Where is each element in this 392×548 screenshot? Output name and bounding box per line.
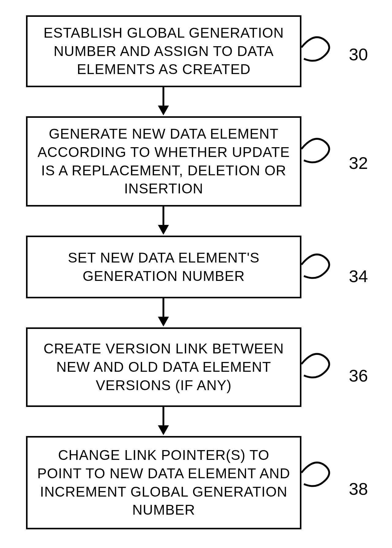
step-text: GENERATE NEW DATA ELEMENT ACCORDING TO W… bbox=[37, 125, 291, 198]
connector-line bbox=[301, 132, 335, 166]
step-label: 32 bbox=[349, 153, 368, 173]
step-text: SET NEW DATA ELEMENT'S GENERATION NUMBER bbox=[37, 249, 291, 285]
flowchart-step-32: GENERATE NEW DATA ELEMENT ACCORDING TO W… bbox=[26, 116, 301, 207]
connector-line bbox=[301, 248, 335, 281]
step-text: ESTABLISH GLOBAL GENERATION NUMBER AND A… bbox=[37, 24, 291, 79]
connector-line bbox=[301, 347, 335, 381]
flow-arrow bbox=[162, 298, 164, 317]
step-label: 38 bbox=[349, 479, 368, 499]
connector-line bbox=[301, 31, 335, 64]
step-label: 30 bbox=[349, 44, 368, 64]
step-text: CHANGE LINK POINTER(S) TO POINT TO NEW D… bbox=[37, 446, 291, 519]
arrow-head-icon bbox=[158, 106, 169, 115]
flowchart-step-38: CHANGE LINK POINTER(S) TO POINT TO NEW D… bbox=[26, 436, 301, 529]
flow-arrow bbox=[162, 87, 164, 106]
arrow-head-icon bbox=[158, 425, 169, 435]
step-text: CREATE VERSION LINK BETWEEN NEW AND OLD … bbox=[37, 340, 291, 394]
step-label: 36 bbox=[349, 366, 368, 386]
flow-arrow bbox=[162, 207, 164, 225]
connector-line bbox=[301, 456, 335, 490]
step-label: 34 bbox=[349, 266, 368, 286]
flowchart-step-34: SET NEW DATA ELEMENT'S GENERATION NUMBER bbox=[26, 236, 301, 298]
flowchart-diagram: ESTABLISH GLOBAL GENERATION NUMBER AND A… bbox=[0, 0, 392, 548]
arrow-head-icon bbox=[158, 317, 169, 326]
flow-arrow bbox=[162, 407, 164, 425]
arrow-head-icon bbox=[158, 225, 169, 235]
flowchart-step-36: CREATE VERSION LINK BETWEEN NEW AND OLD … bbox=[26, 327, 301, 407]
flowchart-step-30: ESTABLISH GLOBAL GENERATION NUMBER AND A… bbox=[26, 15, 301, 87]
